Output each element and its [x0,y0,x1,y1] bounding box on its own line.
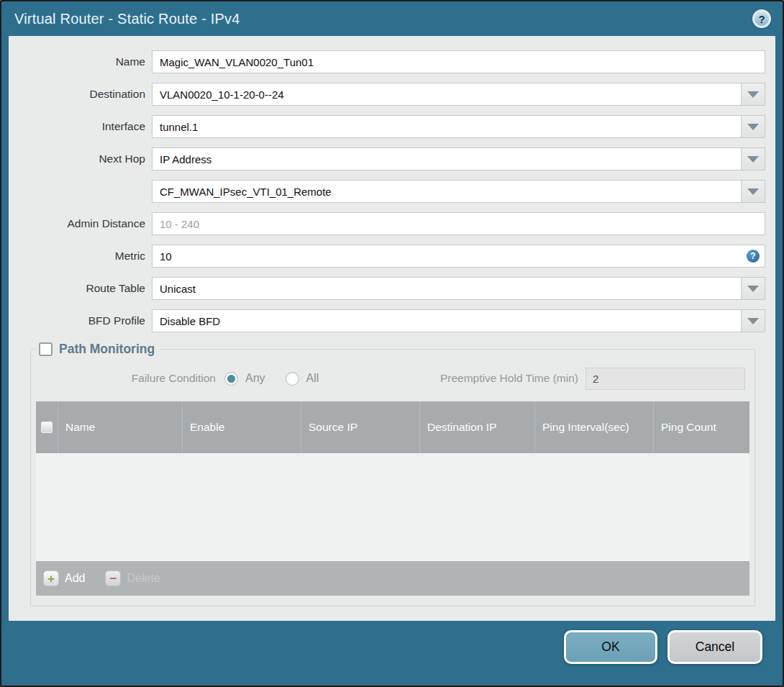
preemptive-hold-time-label: Preemptive Hold Time (min) [440,372,585,385]
table-header: Name Enable Source IP Destination IP Pin… [36,401,749,453]
name-label: Name [9,55,152,68]
radio-all-label: All [306,372,319,385]
destination-combobox [152,83,765,106]
chevron-down-icon [747,156,759,163]
column-header-source-ip: Source IP [301,401,419,453]
route-table-dropdown-button[interactable] [741,278,765,299]
next-hop-address-dropdown-button[interactable] [741,181,765,202]
failure-condition-label: Failure Condition [36,372,224,385]
column-header-destination-ip: Destination IP [419,401,534,453]
plus-icon: + [43,570,59,586]
metric-row: Metric ? [9,245,765,268]
failure-condition-row: Failure Condition Any All Preemptive Hol… [36,367,745,390]
admin-distance-input[interactable] [152,212,765,235]
radio-any-label: Any [245,372,265,385]
delete-button-label: Delete [127,572,160,585]
ok-button[interactable]: OK [564,630,657,664]
metric-label: Metric [9,250,152,263]
radio-any[interactable] [224,372,238,386]
next-hop-combobox [152,147,765,170]
metric-help-icon: ? [747,250,760,263]
path-monitoring-title: Path Monitoring [59,342,155,357]
column-header-enable: Enable [182,401,301,453]
route-table-combobox [152,277,765,300]
name-input[interactable] [152,50,765,73]
interface-dropdown-button[interactable] [741,116,765,137]
route-table-row: Route Table [9,277,765,300]
next-hop-address-row [9,180,765,203]
destination-label: Destination [9,88,152,101]
radio-all[interactable] [286,372,299,386]
failure-condition-any-option: Any [224,372,265,386]
chevron-down-icon [747,188,759,195]
table-toolbar: + Add − Delete [36,561,749,596]
bfd-profile-row: BFD Profile [9,309,765,332]
dialog-body: Name Destination Interface [9,36,775,621]
path-monitoring-checkbox[interactable] [39,342,53,356]
next-hop-address-input[interactable] [152,181,741,202]
minus-icon: − [105,570,121,586]
chevron-down-icon [747,91,759,98]
next-hop-dropdown-button[interactable] [741,148,765,170]
add-button[interactable]: + Add [43,570,85,586]
bfd-profile-label: BFD Profile [9,314,152,327]
route-table-input[interactable] [152,278,741,299]
next-hop-row: Next Hop [9,147,765,170]
preemptive-hold-time-group: Preemptive Hold Time (min) [440,368,745,390]
delete-button[interactable]: − Delete [105,570,160,586]
path-monitoring-table: Name Enable Source IP Destination IP Pin… [36,401,749,596]
destination-row: Destination [9,83,765,106]
interface-input[interactable] [152,116,741,137]
admin-distance-row: Admin Distance [9,212,765,235]
column-header-ping-count: Ping Count [653,401,749,453]
page-title: Virtual Router - Static Route - IPv4 [14,11,240,27]
cancel-button[interactable]: Cancel [667,630,762,664]
next-hop-input[interactable] [152,148,741,170]
interface-label: Interface [9,120,152,133]
dialog-footer: OK Cancel [1,621,783,686]
title-bar: Virtual Router - Static Route - IPv4 ? [1,1,783,36]
chevron-down-icon [747,124,759,130]
help-icon[interactable]: ? [752,9,771,28]
add-button-label: Add [65,572,85,585]
bfd-profile-input[interactable] [152,310,741,332]
next-hop-label: Next Hop [9,153,152,165]
name-row: Name [9,50,765,73]
chevron-down-icon [747,318,759,324]
interface-combobox [152,115,765,138]
preemptive-hold-time-input[interactable] [585,368,745,390]
chevron-down-icon [747,286,759,292]
destination-input[interactable] [152,83,741,105]
column-header-ping-interval: Ping Interval(sec) [534,401,653,453]
next-hop-address-combobox [152,180,765,203]
path-monitoring-legend: Path Monitoring [36,342,160,357]
table-body-empty [36,453,749,561]
static-route-dialog: Virtual Router - Static Route - IPv4 ? N… [0,0,784,687]
path-monitoring-section: Path Monitoring Failure Condition Any Al… [30,342,755,606]
route-table-label: Route Table [9,282,152,295]
metric-input[interactable] [152,245,765,268]
column-header-name: Name [58,401,182,453]
interface-row: Interface [9,115,765,138]
failure-condition-all-option: All [286,372,319,386]
destination-dropdown-button[interactable] [741,83,765,105]
select-all-checkbox[interactable] [41,422,53,433]
admin-distance-label: Admin Distance [9,217,152,230]
bfd-profile-dropdown-button[interactable] [741,310,765,332]
bfd-profile-combobox [152,309,765,332]
